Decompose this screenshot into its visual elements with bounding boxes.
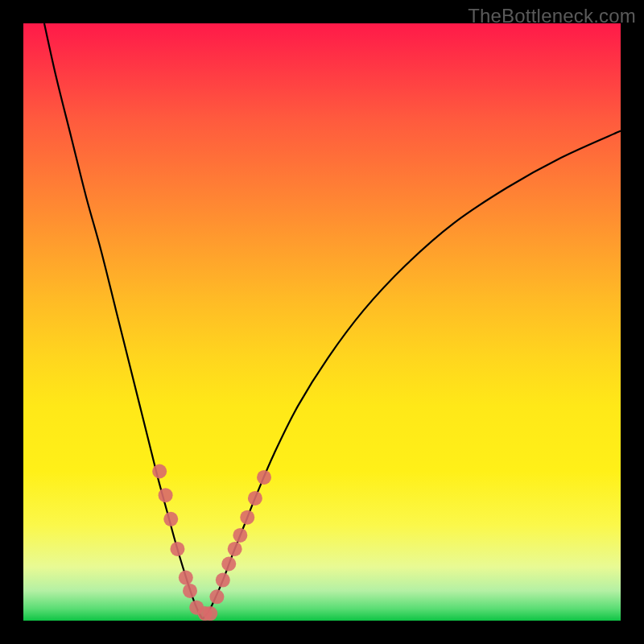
watermark-text: TheBottleneck.com	[468, 5, 636, 27]
data-dot	[203, 606, 217, 621]
data-dot	[163, 512, 178, 526]
data-dot	[179, 571, 193, 585]
chart-container: TheBottleneck.com	[0, 0, 644, 644]
data-dot	[170, 542, 184, 556]
data-dot	[159, 488, 173, 502]
data-dot	[233, 528, 247, 543]
data-dot	[228, 542, 242, 556]
chart-svg	[23, 23, 621, 621]
data-dot	[183, 584, 197, 598]
curve-right-branch	[203, 131, 621, 619]
data-dot	[257, 470, 271, 485]
data-dot	[248, 491, 262, 506]
data-dot	[216, 573, 230, 588]
curve-left-branch	[44, 23, 203, 619]
dot-layer	[152, 464, 271, 621]
data-dot	[152, 464, 167, 479]
data-dot	[209, 589, 224, 604]
data-dot	[240, 510, 254, 525]
data-dot	[221, 557, 236, 572]
curve-layer	[44, 23, 621, 619]
